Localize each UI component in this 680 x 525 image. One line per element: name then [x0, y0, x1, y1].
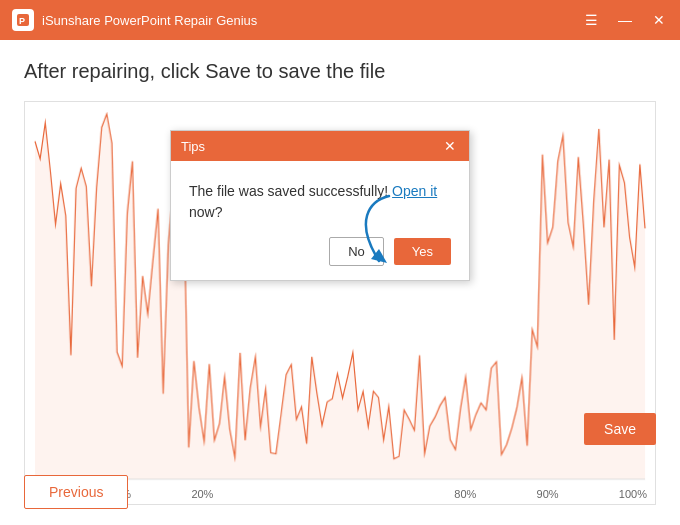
no-button[interactable]: No [329, 237, 384, 266]
dialog-message-after: now? [189, 204, 222, 220]
window-controls: ☰ — ✕ [582, 11, 668, 29]
dialog-titlebar: Tips ✕ [171, 131, 469, 161]
dialog-title: Tips [181, 139, 205, 154]
main-content: After repairing, click Save to save the … [0, 40, 680, 525]
minimize-button[interactable]: — [616, 11, 634, 29]
dialog-buttons: No Yes [171, 237, 469, 280]
titlebar: P iSunshare PowerPoint Repair Genius ☰ —… [0, 0, 680, 40]
dialog-body: The file was saved successfully! Open it… [171, 161, 469, 237]
menu-icon[interactable]: ☰ [582, 11, 600, 29]
svg-text:P: P [19, 16, 25, 26]
dialog-close-button[interactable]: ✕ [441, 137, 459, 155]
dialog-overlay: Tips ✕ The file was saved successfully! … [0, 40, 680, 525]
app-title: iSunshare PowerPoint Repair Genius [42, 13, 582, 28]
app-logo: P [12, 9, 34, 31]
yes-button[interactable]: Yes [394, 238, 451, 265]
tips-dialog: Tips ✕ The file was saved successfully! … [170, 130, 470, 281]
dialog-message-before: The file was saved successfully! [189, 183, 392, 199]
close-button[interactable]: ✕ [650, 11, 668, 29]
open-link[interactable]: Open it [392, 183, 437, 199]
